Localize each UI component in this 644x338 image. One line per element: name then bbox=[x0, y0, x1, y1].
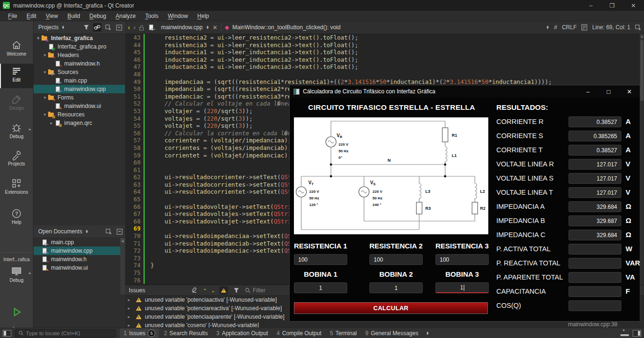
macro-indicator[interactable]: # bbox=[554, 24, 557, 31]
sidebar-item-debug[interactable]: ▸ Debug bbox=[0, 120, 33, 143]
tree-item-mainwindow-ui[interactable]: ✎mainwindow.ui bbox=[33, 102, 125, 110]
code-line-45[interactable]: 45 inductancia1 = ui->leer_inductancia1-… bbox=[125, 49, 644, 56]
show-warnings-toggle-icon[interactable] bbox=[219, 286, 228, 295]
issues-filter-input[interactable]: Filter bbox=[253, 287, 266, 294]
expander-icon[interactable]: ▸ bbox=[128, 323, 133, 328]
open-documents-title[interactable]: Open Documents bbox=[38, 228, 82, 235]
code-line-48[interactable]: 48 bbox=[125, 71, 644, 78]
expander-icon[interactable]: ▾ bbox=[42, 95, 48, 100]
open-doc-mainwindow-h[interactable]: hmainwindow.h bbox=[33, 255, 125, 264]
bobina-input-1[interactable]: 1 bbox=[294, 282, 347, 293]
menu-file[interactable]: File bbox=[4, 12, 21, 20]
result-value-2[interactable]: 0.385265 bbox=[569, 131, 621, 141]
code-line-49[interactable]: 49 impedanciaa = (sqrt((resistencia1*res… bbox=[125, 78, 644, 86]
tree-item-main-cpp[interactable]: C+main.cpp bbox=[33, 76, 125, 85]
panel-sort-icon[interactable]: ▲▼ bbox=[61, 25, 65, 29]
open-doc-main-cpp[interactable]: C+main.cpp bbox=[33, 238, 125, 247]
output-pane-issues[interactable]: 1Issues5 bbox=[120, 329, 159, 338]
result-value-14[interactable] bbox=[569, 300, 621, 311]
split-editor-icon[interactable] bbox=[635, 25, 641, 31]
symbol-dropdown[interactable]: MainWindow::on_toolButton_clicked(): voi… bbox=[232, 24, 340, 31]
toggle-right-sidebar-icon[interactable] bbox=[633, 330, 641, 337]
tree-item-sources[interactable]: ▾C+Sources bbox=[33, 68, 125, 76]
file-dropdown-arrows[interactable]: ▲▼ bbox=[206, 25, 209, 29]
tree-item-forms[interactable]: ▾✎Forms bbox=[33, 93, 125, 102]
menu-analyze[interactable]: Analyze bbox=[111, 12, 140, 20]
sidebar-item-projects[interactable]: Projects bbox=[0, 148, 33, 170]
filter-icon[interactable] bbox=[82, 23, 91, 32]
sidebar-item-help[interactable]: ? Help bbox=[0, 206, 33, 229]
result-value-10[interactable] bbox=[569, 244, 621, 255]
split-panel-icon[interactable] bbox=[104, 227, 113, 236]
resistencia-input-3[interactable]: 100 bbox=[435, 254, 489, 265]
code-line-43[interactable]: 43 resistencia2 = ui->leer_resistencia2-… bbox=[125, 34, 644, 41]
split-panel-icon[interactable] bbox=[104, 23, 112, 32]
tree-item-mainwindow-h[interactable]: hmainwindow.h bbox=[33, 59, 125, 68]
dialog-maximize-button[interactable]: □ bbox=[598, 85, 619, 98]
output-pane-compile-output[interactable]: 4Compile Output bbox=[273, 329, 325, 338]
close-document-icon[interactable]: ✕ bbox=[212, 24, 217, 31]
next-item-icon[interactable]: ⌄ bbox=[211, 288, 215, 293]
expander-icon[interactable]: ▸ bbox=[128, 297, 133, 302]
line-ending-selector[interactable]: CRLF bbox=[562, 24, 577, 31]
code-line-44[interactable]: 44 resistencia3 = ui->leer_resistencia3-… bbox=[125, 41, 644, 49]
expander-icon[interactable]: ▸ bbox=[128, 314, 133, 319]
forward-icon[interactable]: › bbox=[134, 24, 136, 31]
scroll-up-icon[interactable]: ▲ bbox=[640, 34, 644, 39]
output-pane-application-output[interactable]: 3Application Output bbox=[212, 329, 272, 338]
expander-icon[interactable]: ▾ bbox=[42, 53, 48, 58]
dialog-close-button[interactable]: ✕ bbox=[619, 85, 640, 98]
result-value-7[interactable]: 329.684 bbox=[569, 201, 621, 212]
debug-flyout-arrow[interactable]: ▸ bbox=[29, 127, 31, 132]
editor-scrollbar[interactable]: ▲ bbox=[640, 34, 644, 285]
output-pane-arrows[interactable]: ▲▼ bbox=[426, 331, 429, 335]
tree-item-headers[interactable]: ▾hHeaders bbox=[33, 51, 125, 59]
open-file-dropdown[interactable]: mainwindow.cpp bbox=[161, 24, 202, 31]
menu-window[interactable]: Window bbox=[164, 12, 192, 20]
clean-icon[interactable] bbox=[190, 286, 199, 295]
close-panel-icon[interactable] bbox=[115, 23, 123, 32]
expander-icon[interactable]: ▾ bbox=[42, 70, 48, 74]
back-icon[interactable]: ‹ bbox=[128, 24, 130, 31]
expander-icon[interactable]: ▾ bbox=[35, 36, 41, 41]
output-pane-terminal[interactable]: 5Terminal bbox=[326, 329, 360, 338]
code-line-46[interactable]: 46 inductancia2 = ui->leer_inductancia2-… bbox=[125, 56, 644, 64]
filter-icon[interactable] bbox=[232, 286, 241, 295]
expander-icon[interactable]: ▸ bbox=[49, 121, 54, 125]
previous-item-icon[interactable]: ⌃ bbox=[203, 288, 207, 293]
link-with-editor-icon[interactable] bbox=[93, 23, 101, 32]
code-line-47[interactable]: 47 inductancia3 = ui->leer_inductancia3-… bbox=[125, 63, 644, 71]
result-value-11[interactable] bbox=[569, 258, 621, 269]
menu-help[interactable]: Help bbox=[193, 12, 213, 20]
open-doc-mainwindow-cpp[interactable]: C+mainwindow.cpp bbox=[33, 247, 125, 255]
output-pane-general-messages[interactable]: 9General Messages bbox=[361, 329, 422, 338]
bobina-input-3[interactable]: 1 bbox=[435, 282, 489, 293]
result-value-4[interactable]: 127.017 bbox=[569, 159, 621, 170]
result-value-12[interactable] bbox=[569, 272, 621, 283]
tree-item-resources[interactable]: ▾▦Resources bbox=[33, 110, 125, 119]
output-pane-search-results[interactable]: 2Search Results bbox=[160, 329, 211, 338]
resistencia-input-1[interactable]: 100 bbox=[294, 254, 347, 265]
bobina-input-2[interactable]: 1 bbox=[369, 282, 423, 293]
sidebar-item-edit[interactable]: Edit bbox=[0, 64, 33, 88]
maximize-button[interactable]: ❐ bbox=[602, 0, 623, 11]
tree-item-interfaz-grafica[interactable]: ▾⚙Interfaz_grafica bbox=[33, 34, 125, 42]
panel-sort-icon[interactable]: ▲▼ bbox=[85, 230, 88, 233]
dialog-minimize-button[interactable]: – bbox=[577, 85, 598, 98]
result-value-6[interactable]: 127.017 bbox=[569, 187, 621, 198]
expander-icon[interactable]: ▾ bbox=[42, 112, 48, 117]
resistencia-input-2[interactable]: 100 bbox=[369, 254, 423, 265]
result-value-3[interactable]: 0.38527 bbox=[569, 145, 621, 156]
menu-build[interactable]: Build bbox=[63, 12, 84, 20]
menu-view[interactable]: View bbox=[42, 12, 62, 20]
menu-debug[interactable]: Debug bbox=[85, 12, 110, 20]
open-doc-mainwindow-ui[interactable]: ✎mainwindow.ui bbox=[33, 264, 125, 272]
expander-icon[interactable]: ▸ bbox=[128, 306, 133, 311]
projects-panel-title[interactable]: Projects bbox=[38, 24, 59, 31]
cursor-position[interactable]: Line: 69, Col: 1 bbox=[592, 24, 630, 31]
menu-tools[interactable]: Tools bbox=[141, 12, 163, 20]
run-button[interactable] bbox=[0, 304, 33, 321]
sidebar-item-extensions[interactable]: Extensions bbox=[0, 176, 33, 200]
symbol-sort-arrows[interactable]: ▲▼ bbox=[546, 25, 549, 29]
tree-item-interfaz-grafica-pro[interactable]: QtInterfaz_grafica.pro bbox=[33, 42, 125, 51]
